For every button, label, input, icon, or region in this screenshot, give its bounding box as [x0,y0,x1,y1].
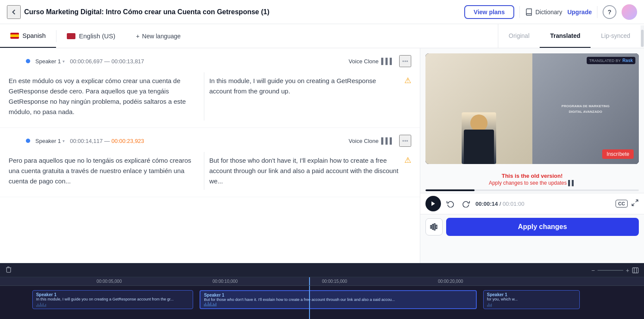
old-version-sub-text: Apply changes to see the updates [489,180,567,186]
timeline-clip-3[interactable]: Speaker 1 for you, which w... [483,290,580,309]
segment-2-warning-icon: ⚠ [404,152,411,165]
zoom-slider[interactable] [597,270,623,271]
tab-original-label: Original [509,32,529,39]
segment-1: Speaker 1 ▾ 00:00:06,697 — 00:00:13,817 … [0,48,420,128]
help-button[interactable]: ? [603,5,616,19]
segment-2-header: Speaker 1 ▾ 00:00:14,117 — 00:00:23,923 … [9,135,411,147]
person-body [464,130,494,164]
apply-section: Apply changes [420,214,644,239]
add-language-button[interactable]: + New language [125,33,498,40]
rewind-button[interactable] [444,198,456,210]
scene-text-2: DIGITAL AVANZADO [569,110,602,114]
speaker-chevron-icon: ▾ [63,59,65,64]
waveform-icon-2: ▌▌▌ [381,137,394,144]
header-divider-2 [597,6,597,18]
voice-clone-2[interactable]: Voice Clone ▌▌▌ [349,137,394,144]
video-scene: PROGRAMA DE MARKETING DIGITAL AVANZADO [425,53,639,164]
segment-1-time-start: 00:00:06,697 [70,58,103,65]
target-language-tab[interactable]: English (US) [56,32,125,40]
upgrade-button[interactable]: Upgrade [567,9,592,15]
speaker-2-label[interactable]: Speaker 1 ▾ [35,138,65,144]
forward-button[interactable] [460,198,472,210]
segment-2-original[interactable]: Pero para aquellos que no lo tengáis os … [9,152,199,190]
timeline-delete-icon[interactable] [5,266,12,275]
time-separator: / [500,201,503,207]
scene-text-1: PROGRAMA DE MARKETING [562,104,610,108]
segment-1-time-end: 00:00:13,817 [111,58,144,65]
apply-changes-button[interactable]: Apply changes [446,218,639,236]
time-current: 00:00:14 [475,201,498,207]
svg-rect-6 [436,225,437,229]
tab-lipsynced[interactable]: Lip-synced [591,24,641,48]
segment-1-time: 00:00:06,697 — 00:00:13,817 [70,58,344,65]
segment-1-original[interactable]: En este módulo os voy a explicar cómo cr… [9,72,199,121]
segment-1-warning-icon: ⚠ [404,72,411,85]
timeline-clip-1[interactable]: Speaker 1 In this module, I will guide y… [32,290,194,309]
language-bar: Spanish English (US) + New language Orig… [0,24,644,48]
voice-clone-1[interactable]: Voice Clone ▌▌▌ [349,58,394,65]
source-language-tab[interactable]: Spanish [0,24,56,48]
voice-mode-1-label: Voice Clone [349,58,378,65]
old-version-notice: This is the old version! Apply changes t… [420,169,644,189]
time-display: 00:00:14 / 00:01:00 [475,201,612,207]
timeline-ruler-playhead [309,277,310,285]
scene-left [425,53,532,164]
speaker-1-label[interactable]: Speaker 1 ▾ [35,58,65,65]
cc-button[interactable]: CC [616,200,628,208]
play-button[interactable] [425,196,441,211]
speaker-1-name: Speaker 1 [35,58,61,65]
clip-3-speaker: Speaker 1 [487,292,576,297]
clip-3-text: for you, which w... [487,297,576,301]
tab-translated[interactable]: Translated [540,24,591,48]
segment-2-translated[interactable]: But for those who don't have it, I'll ex… [209,152,400,190]
video-progress-bar[interactable] [425,189,639,191]
timeline-toolbar: − + [0,263,644,277]
header-actions: View plans Dictionary Upgrade ? [464,4,637,20]
svg-rect-3 [431,226,432,229]
source-language-label: Spanish [22,32,46,39]
resize-icon[interactable] [632,267,639,274]
timeline-clip-2[interactable]: Speaker 1 But for those who don't have i… [200,290,476,309]
transcript-scroll[interactable]: Speaker 1 ▾ 00:00:06,697 — 00:00:13,817 … [0,48,420,263]
right-scrollbar [641,25,644,47]
view-plans-button[interactable]: View plans [464,5,514,19]
avatar[interactable] [622,4,637,20]
new-language-label: New language [142,33,181,40]
timeline-ruler: 00:00:05,000 00:00:10,000 00:00:15,000 0… [0,277,644,286]
target-language-label: English (US) [79,32,115,40]
right-scrollbar-thumb [641,30,644,47]
old-version-title: This is the old version! [420,173,644,179]
preview-tabs: Original Translated Lip-synced [498,24,641,48]
speaker-1-dot [26,59,30,63]
page-title: Curso Marketing Digital: Intro Cómo crea… [24,8,464,16]
speaker-2-chevron-icon: ▾ [63,139,65,143]
clip-1-speaker: Speaker 1 [36,292,190,297]
transcript-panel: Speaker 1 ▾ 00:00:06,697 — 00:00:13,817 … [0,48,420,263]
waveform-button[interactable] [425,218,443,235]
back-button[interactable] [7,5,21,19]
speaker-2-dot [26,139,30,143]
zoom-out-icon[interactable]: − [591,267,595,274]
segment-2-more-button[interactable]: ••• [399,135,411,147]
svg-line-1 [636,200,638,202]
time-mark-2: 00:00:10,000 [213,279,238,284]
clip-2-text: But for those who don't have it, I'll ex… [204,297,472,301]
tab-original[interactable]: Original [498,24,540,48]
timeline: − + 00:00:05,000 00:00:10,000 00:00:15,0… [0,263,644,319]
segment-1-divider [204,72,204,121]
translated-by-text: TRANSLATED BY [589,59,621,63]
segment-1-more-button[interactable]: ••• [399,55,411,67]
segment-1-header: Speaker 1 ▾ 00:00:06,697 — 00:00:13,817 … [9,55,411,67]
svg-rect-7 [632,268,638,273]
dictionary-button[interactable]: Dictionary [525,8,562,16]
preview-panel: PROGRAMA DE MARKETING DIGITAL AVANZADO T… [420,48,644,263]
segment-2-time: 00:00:14,117 — 00:00:23,923 [70,138,344,144]
fullscreen-button[interactable] [631,199,639,208]
segment-1-translated[interactable]: In this module, I will guide you on crea… [209,72,400,121]
zoom-in-icon[interactable]: + [626,267,629,274]
waveform-icon-1: ▌▌▌ [381,58,394,65]
subscribe-button[interactable]: Inscríbete [602,149,634,159]
time-total: 00:01:00 [503,201,525,207]
speaker-2-name: Speaker 1 [35,138,61,144]
scene-person [462,112,496,164]
